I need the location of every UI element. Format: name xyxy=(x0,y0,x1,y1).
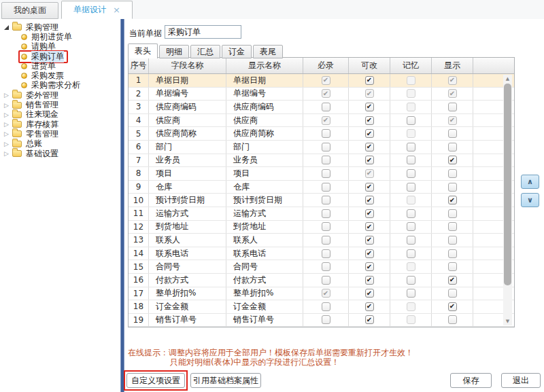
table-row[interactable]: 18订金金额订金金额✔✔✔✔ xyxy=(129,300,514,314)
collapsed-triangle-icon[interactable]: ▷ xyxy=(4,111,10,118)
checkbox-editable[interactable]: ✔ xyxy=(365,276,374,285)
tab-my-desktop[interactable]: 我的桌面 xyxy=(1,2,58,19)
checkbox-memory[interactable]: ✔ xyxy=(407,156,415,164)
scrollbar-thumb[interactable] xyxy=(504,84,511,285)
checkbox-required[interactable]: ✔ xyxy=(322,183,330,192)
checkbox-editable[interactable]: ✔ xyxy=(365,116,374,125)
table-row[interactable]: 14联系电话联系电话✔✔✔✔ xyxy=(129,247,514,261)
checkbox-show[interactable]: ✔ xyxy=(448,183,457,192)
checkbox-editable[interactable]: ✔ xyxy=(365,289,374,298)
expanded-triangle-icon[interactable] xyxy=(4,25,9,30)
checkbox-show[interactable]: ✔ xyxy=(448,169,457,178)
checkbox-show[interactable]: ✔ xyxy=(448,222,457,231)
scroll-down-arrow-icon[interactable]: ▼ xyxy=(503,317,512,325)
checkbox-editable[interactable]: ✔ xyxy=(365,143,374,152)
checkbox-show[interactable]: ✔ xyxy=(448,249,457,258)
checkbox-memory[interactable]: ✔ xyxy=(407,289,415,298)
checkbox-show[interactable]: ✔ xyxy=(448,156,457,164)
collapsed-triangle-icon[interactable]: ▷ xyxy=(4,102,10,109)
tree-item[interactable]: ▷基础设置 xyxy=(0,149,120,158)
checkbox-memory[interactable]: ✔ xyxy=(407,143,415,152)
checkbox-memory[interactable]: ✔ xyxy=(407,169,415,178)
checkbox-required[interactable]: ✔ xyxy=(322,156,330,164)
scroll-up-arrow-icon[interactable]: ▲ xyxy=(503,75,512,83)
checkbox-required[interactable]: ✔ xyxy=(322,196,330,204)
tab-detail-section[interactable]: 明细 xyxy=(159,45,189,58)
checkbox-editable[interactable]: ✔ xyxy=(365,249,374,258)
tree-item[interactable]: ▷销售管理 xyxy=(0,100,120,109)
checkbox-editable[interactable]: ✔ xyxy=(365,103,374,111)
tree-item[interactable]: 采购需求分析 xyxy=(0,81,120,90)
checkbox-required[interactable]: ✔ xyxy=(322,129,330,138)
reference-base-archive-button[interactable]: 引用基础档案属性 xyxy=(190,373,261,388)
table-row[interactable]: 12到货地址到货地址✔✔✔✔ xyxy=(129,221,514,234)
checkbox-show[interactable]: ✔ xyxy=(448,196,457,204)
checkbox-memory[interactable]: ✔ xyxy=(407,183,415,192)
checkbox-show[interactable]: ✔ xyxy=(448,302,457,311)
collapsed-triangle-icon[interactable]: ▷ xyxy=(4,130,10,137)
table-row[interactable]: 13联系人联系人✔✔✔✔ xyxy=(129,234,514,247)
checkbox-show[interactable]: ✔ xyxy=(448,315,457,324)
checkbox-required[interactable]: ✔ xyxy=(322,236,330,245)
table-row[interactable]: 15合同号合同号✔✔✔✔ xyxy=(129,260,514,274)
collapsed-triangle-icon[interactable]: ▷ xyxy=(4,121,10,128)
table-row[interactable]: 2单据编号单据编号✔✔✔✔ xyxy=(129,88,514,101)
collapsed-triangle-icon[interactable]: ▷ xyxy=(4,150,10,157)
table-row[interactable]: 8项目项目✔✔✔✔ xyxy=(129,167,514,181)
checkbox-show[interactable]: ✔ xyxy=(448,262,457,271)
tab-doc-design[interactable]: 单据设计 × xyxy=(61,1,133,19)
checkbox-editable[interactable]: ✔ xyxy=(365,262,374,271)
table-row[interactable]: 17整单折扣%整单折扣%✔✔✔✔ xyxy=(129,287,514,301)
tree-item[interactable]: ▷往来现金 xyxy=(0,110,120,120)
tab-deposit-section[interactable]: 订金 xyxy=(222,45,252,58)
tree-item[interactable]: 采购订单 xyxy=(0,52,120,61)
checkbox-memory[interactable]: ✔ xyxy=(407,222,415,231)
panel-splitter[interactable] xyxy=(120,19,124,392)
checkbox-editable[interactable]: ✔ xyxy=(365,315,374,324)
checkbox-editable[interactable]: ✔ xyxy=(365,236,374,245)
checkbox-required[interactable]: ✔ xyxy=(322,302,330,311)
checkbox-show[interactable]: ✔ xyxy=(448,143,457,152)
checkbox-required[interactable]: ✔ xyxy=(322,315,330,324)
tree-item[interactable]: ▷库存核算 xyxy=(0,120,120,129)
checkbox-required[interactable]: ✔ xyxy=(322,262,330,271)
checkbox-editable[interactable]: ✔ xyxy=(365,183,374,192)
table-row[interactable]: 11运输方式运输方式✔✔✔✔ xyxy=(129,207,514,221)
checkbox-required[interactable]: ✔ xyxy=(322,209,330,218)
tree-item[interactable]: ▷零售管理 xyxy=(0,129,120,139)
checkbox-memory[interactable]: ✔ xyxy=(407,116,415,125)
tree-item[interactable]: ▷委外管理 xyxy=(0,90,120,100)
tab-summary-section[interactable]: 汇总 xyxy=(190,45,220,58)
checkbox-memory[interactable]: ✔ xyxy=(407,249,415,258)
current-doc-input[interactable] xyxy=(165,25,241,39)
checkbox-required[interactable]: ✔ xyxy=(322,143,330,152)
checkbox-show[interactable]: ✔ xyxy=(448,103,457,111)
checkbox-required[interactable]: ✔ xyxy=(322,249,330,258)
checkbox-editable[interactable]: ✔ xyxy=(365,156,374,164)
checkbox-memory[interactable]: ✔ xyxy=(407,276,415,285)
checkbox-editable[interactable]: ✔ xyxy=(365,196,374,204)
checkbox-editable[interactable]: ✔ xyxy=(365,76,374,85)
checkbox-required[interactable]: ✔ xyxy=(322,169,330,178)
checkbox-required[interactable]: ✔ xyxy=(322,103,330,111)
tree-item[interactable]: 期初进货单 xyxy=(0,32,120,41)
collapsed-triangle-icon[interactable]: ▷ xyxy=(4,141,10,147)
table-row[interactable]: 16付款方式付款方式✔✔✔✔ xyxy=(129,274,514,287)
checkbox-memory[interactable]: ✔ xyxy=(407,209,415,218)
checkbox-show[interactable]: ✔ xyxy=(448,209,457,218)
checkbox-show[interactable]: ✔ xyxy=(448,236,457,245)
table-row[interactable]: 19销售订单号销售订单号✔✔✔✔ xyxy=(129,314,514,327)
table-row[interactable]: 6部门部门✔✔✔✔ xyxy=(129,141,514,154)
table-row[interactable]: 10预计到货日期预计到货日期✔✔✔✔ xyxy=(129,194,514,207)
checkbox-editable[interactable]: ✔ xyxy=(365,222,374,231)
collapsed-triangle-icon[interactable]: ▷ xyxy=(4,92,10,99)
checkbox-show[interactable]: ✔ xyxy=(448,289,457,298)
checkbox-show[interactable]: ✔ xyxy=(448,276,457,285)
custom-fields-button[interactable]: 自定义项设置 xyxy=(126,373,185,388)
table-row[interactable]: 5供应商简称供应商简称✔✔✔✔ xyxy=(129,127,514,141)
table-scrollbar[interactable]: ▲ ▼ xyxy=(503,75,512,325)
table-row[interactable]: 1单据日期单据日期✔✔✔✔ xyxy=(129,74,514,88)
exit-button[interactable]: 退出 xyxy=(501,373,541,388)
table-row[interactable]: 4供应商供应商✔✔✔✔ xyxy=(129,114,514,128)
move-up-button[interactable]: ∧ xyxy=(521,175,539,189)
